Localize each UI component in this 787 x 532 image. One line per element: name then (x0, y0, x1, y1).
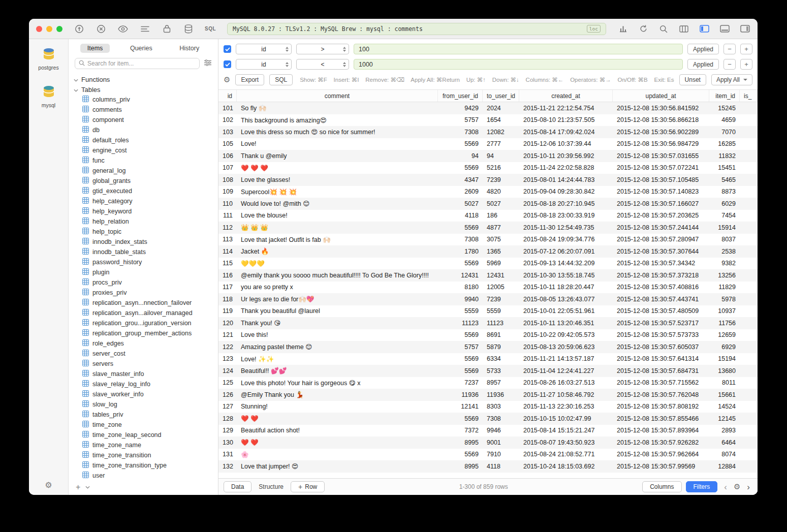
cell-to-user-id[interactable]: 6334 (483, 355, 519, 362)
cell-to-user-id[interactable]: 12005 (483, 284, 519, 291)
sidebar-table-item[interactable]: columns_priv (69, 95, 218, 105)
cell-updated-at[interactable]: 2015-12-08 15:30:57.715562 (613, 379, 709, 386)
cell-item-id[interactable]: 8873 (709, 188, 740, 195)
cell-updated-at[interactable]: 2015-12-08 15:30:57.573733 (613, 331, 709, 338)
toggle-left-sidebar-icon[interactable] (699, 23, 710, 35)
filter-enabled-checkbox[interactable] (224, 60, 231, 68)
cell-created-at[interactable]: 2015-08-01 14:24:44.783 (519, 176, 613, 183)
sql-editor-icon[interactable]: SQL (205, 23, 216, 35)
cell-updated-at[interactable]: 2015-12-08 15:30:57.244144 (613, 224, 709, 231)
column-header-from-user-id[interactable]: from_user_id (438, 90, 483, 102)
filter-column-select[interactable]: id (236, 44, 292, 54)
cell-from-user-id[interactable]: 5569 (438, 224, 483, 231)
sidebar-table-item[interactable]: tables_priv (69, 410, 218, 420)
cell-created-at[interactable]: 2015-08-14 15:15:21.247 (519, 427, 613, 434)
cell-updated-at[interactable]: 2015-12-08 15:30:57.307644 (613, 248, 709, 255)
cell-item-id[interactable]: 2893 (709, 427, 740, 434)
cell-created-at[interactable]: 2015-08-14 17:09:42.024 (519, 129, 613, 136)
cell-created-at[interactable]: 2015-10-11 18:28:20.447 (519, 284, 613, 291)
cell-updated-at[interactable]: 2015-12-08 15:30:57.443741 (613, 296, 709, 303)
tree-group-functions[interactable]: Functions (69, 74, 218, 84)
cell-updated-at[interactable]: 2015-12-08 15:30:57.408816 (613, 284, 709, 291)
sidebar-table-item[interactable]: time_zone_leap_second (69, 430, 218, 440)
cell-from-user-id[interactable]: 9429 (438, 105, 483, 112)
cell-to-user-id[interactable]: 11123 (483, 320, 519, 327)
cell-id[interactable]: 125 (218, 379, 237, 386)
remove-filter-button[interactable]: − (723, 59, 736, 70)
table-row[interactable]: 115 💛💛💛 5569 5969 2015-09-13 14:44:32.20… (218, 258, 758, 270)
sidebar-table-item[interactable]: innodb_table_stats (69, 247, 218, 257)
sidebar-table-item[interactable]: help_relation (69, 216, 218, 227)
cell-comment[interactable]: Love! (237, 140, 438, 147)
table-row[interactable]: 108 Love the glasses! 4347 7239 2015-08-… (218, 174, 758, 186)
cell-id[interactable]: 129 (218, 427, 237, 434)
cell-comment[interactable]: 💛💛💛 (237, 260, 438, 267)
sidebar-table-item[interactable]: servers (69, 359, 218, 369)
cell-to-user-id[interactable]: 11936 (483, 391, 519, 398)
cell-from-user-id[interactable]: 8180 (438, 284, 483, 291)
cell-from-user-id[interactable]: 5559 (438, 307, 483, 315)
cell-item-id[interactable]: 6029 (709, 200, 740, 207)
cell-id[interactable]: 122 (218, 343, 237, 351)
sidebar-table-item[interactable]: replication_grou...iguration_version (69, 318, 218, 328)
sidebar-table-item[interactable]: slave_master_info (69, 369, 218, 379)
cell-id[interactable]: 106 (218, 152, 237, 160)
tab-items[interactable]: Items (80, 44, 110, 53)
cell-created-at[interactable]: 2015-12-06 10:37:39.44 (519, 140, 613, 147)
cell-comment[interactable]: Love the glasses! (237, 176, 438, 183)
database-icon[interactable] (183, 23, 194, 35)
cell-id[interactable]: 112 (218, 224, 237, 231)
cell-from-user-id[interactable]: 5569 (438, 260, 483, 267)
cell-comment[interactable]: Thank you beautiful @laurel (237, 307, 438, 315)
cell-from-user-id[interactable]: 4347 (438, 176, 483, 183)
table-row[interactable]: 130 ❤️ ❤️ 8995 9001 2015-08-07 19:43:50.… (218, 436, 758, 449)
cell-id[interactable]: 107 (218, 164, 237, 171)
apply-all-button[interactable]: Apply All (711, 74, 752, 85)
cell-id[interactable]: 130 (218, 439, 237, 446)
column-header-updated-at[interactable]: updated_at (613, 90, 709, 102)
cell-updated-at[interactable]: 2015-12-08 15:30:57.684731 (613, 367, 709, 374)
cell-from-user-id[interactable]: 1780 (438, 248, 483, 255)
table-row[interactable]: 105 Love! 5569 2777 2015-12-06 10:37:39.… (218, 138, 758, 150)
cell-id[interactable]: 118 (218, 296, 237, 303)
cell-comment[interactable]: Love that jumper! 😍 (237, 462, 438, 470)
cell-id[interactable]: 131 (218, 451, 237, 458)
sidebar-table-item[interactable]: help_category (69, 196, 218, 206)
cell-updated-at[interactable]: 2015-12-08 15:30:57.480509 (613, 307, 709, 315)
cell-id[interactable]: 109 (218, 188, 237, 195)
cell-from-user-id[interactable]: 5569 (438, 164, 483, 171)
attach-database-icon[interactable] (74, 23, 85, 35)
lock-icon[interactable] (161, 23, 172, 35)
sidebar-table-item[interactable]: func (69, 155, 218, 166)
cell-created-at[interactable]: 2015-08-24 19:09:34.776 (519, 236, 613, 243)
cell-to-user-id[interactable]: 8303 (483, 403, 519, 410)
cell-item-id[interactable]: 2538 (709, 248, 740, 255)
disconnect-icon[interactable] (96, 23, 107, 35)
table-row[interactable]: 127 Stunning! 12141 8303 2015-11-13 22:3… (218, 401, 758, 413)
cell-comment[interactable]: Love this photo! Your hair is gorgeous 😋… (237, 379, 438, 387)
sidebar-table-item[interactable]: time_zone_transition (69, 450, 218, 460)
cell-created-at[interactable]: 2015-08-05 13:26:43.077 (519, 296, 613, 303)
cell-from-user-id[interactable]: 5757 (438, 116, 483, 123)
cell-item-id[interactable]: 6929 (709, 343, 740, 351)
table-row[interactable]: 124 Beautiful!! 💕💕 5569 5733 2015-11-04 … (218, 365, 758, 377)
minimize-window-button[interactable] (46, 26, 52, 32)
export-button[interactable]: Export (235, 74, 264, 85)
cell-updated-at[interactable]: 2015-12-08 15:30:57.203625 (613, 212, 709, 219)
cell-item-id[interactable]: 13256 (709, 272, 740, 279)
cell-to-user-id[interactable]: 12082 (483, 129, 519, 136)
cell-updated-at[interactable]: 2015-12-08 15:30:57.031655 (613, 152, 709, 160)
cell-created-at[interactable]: 2015-08-13 20:59:06.623 (519, 343, 613, 351)
cell-item-id[interactable]: 11832 (709, 152, 740, 160)
sidebar-table-item[interactable]: component (69, 115, 218, 125)
refresh-icon[interactable] (638, 23, 649, 35)
cell-created-at[interactable]: 2015-11-24 22:02:58.828 (519, 164, 613, 171)
cell-item-id[interactable]: 15194 (709, 355, 740, 362)
cell-created-at[interactable]: 2015-08-10 21:23:57.505 (519, 116, 613, 123)
cell-updated-at[interactable]: 2015-12-08 15:30:57.605037 (613, 343, 709, 351)
cell-updated-at[interactable]: 2015-12-08 15:30:57.855466 (613, 415, 709, 422)
column-header-to-user-id[interactable]: to_user_id (483, 90, 519, 102)
item-search-box[interactable] (75, 58, 200, 69)
table-row[interactable]: 107 ❤️ ❤️ ❤️ 5569 5216 2015-11-24 22:02:… (218, 162, 758, 174)
cell-from-user-id[interactable]: 9940 (438, 296, 483, 303)
